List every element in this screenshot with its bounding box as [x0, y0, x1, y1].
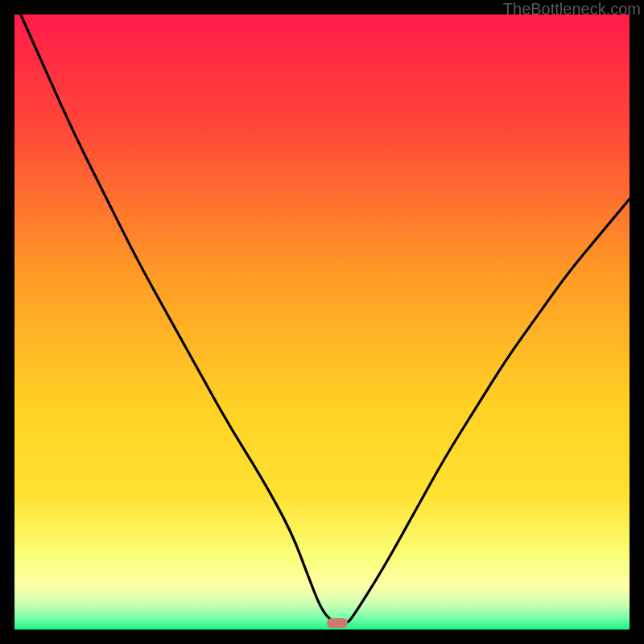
attribution-text: TheBottleneck.com	[503, 0, 641, 19]
min-marker	[327, 618, 348, 628]
chart-stage: TheBottleneck.com	[0, 0, 644, 644]
plot-area	[14, 14, 630, 630]
curve-layer	[14, 14, 630, 630]
bottleneck-curve	[21, 14, 630, 623]
